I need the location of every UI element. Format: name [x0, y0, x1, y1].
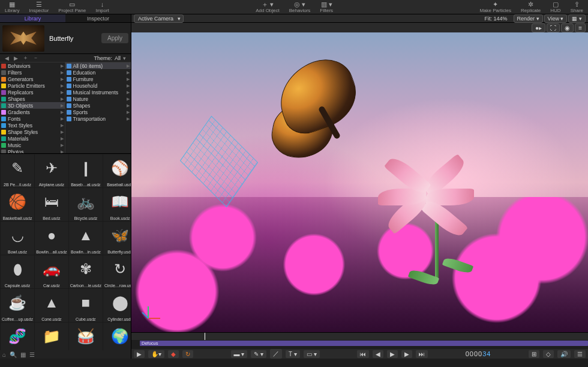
text-icon[interactable]: T ▾ [286, 350, 300, 358]
category-filters[interactable]: Filters▶ [0, 69, 65, 76]
theme-chevron-icon[interactable]: ▾ [121, 55, 128, 61]
category-music[interactable]: Music▶ [0, 142, 65, 148]
asset-item[interactable]: 🛏Bed.usdz [35, 188, 68, 221]
tl-audio-icon[interactable]: 🔊 [557, 350, 571, 358]
layers-icon[interactable]: ▬ ▾ [231, 350, 248, 358]
tl-keyframe-icon[interactable]: ◇ [543, 350, 554, 358]
category-education[interactable]: Education▶ [65, 69, 131, 76]
brush-icon[interactable]: ／ [270, 349, 282, 359]
category-nature[interactable]: Nature▶ [65, 96, 131, 102]
category-sports[interactable]: Sports▶ [65, 109, 131, 115]
asset-item[interactable]: ▲Bowlin…in.usdz [69, 222, 103, 255]
viewport-layout-icon[interactable]: ▦ ▾ [568, 14, 586, 23]
nav-new-icon[interactable]: ＋ [20, 54, 31, 62]
asset-item[interactable]: 🦋Butterfly.usdz [103, 222, 131, 255]
tl-timeline-icon[interactable]: ☰ [574, 350, 586, 358]
play-icon[interactable]: ▶ [387, 350, 398, 358]
category-all-60-items-[interactable]: All (60 items)▶ [65, 62, 131, 69]
asset-item[interactable]: 🚗Car.usdz [35, 255, 68, 288]
timeline-track[interactable]: Defocus [131, 340, 588, 349]
tab-library[interactable]: Library [0, 14, 65, 22]
category-behaviors[interactable]: Behaviors▶ [0, 62, 65, 69]
asset-item[interactable]: 🥁Drum.usdz [69, 323, 103, 350]
nav-del-icon[interactable]: － [31, 54, 41, 62]
category-fonts[interactable]: Fonts▶ [0, 115, 65, 122]
nav-back-icon[interactable]: ◀ [2, 55, 11, 61]
asset-item[interactable]: ◡Bowl.usdz [1, 222, 34, 255]
footer-search-icon[interactable]: 🔍 [10, 351, 17, 358]
tb-behaviors[interactable]: ◎ ▾Behaviors [284, 1, 316, 13]
canvas[interactable] [131, 32, 588, 332]
category-shape-styles[interactable]: Shape Styles▶ [0, 129, 65, 135]
step-fwd-icon[interactable]: ▶ [401, 350, 412, 358]
asset-item[interactable]: ✾Carbon…le.usdz [69, 255, 103, 288]
category-3d-objects[interactable]: 3D Objects▶ [0, 102, 65, 109]
asset-item[interactable]: 📁Docum…er.usdz [35, 323, 68, 350]
category-text-styles[interactable]: Text Styles▶ [0, 122, 65, 129]
tool-settings-icon[interactable]: ≡ [575, 23, 586, 32]
timeline-clip-defocus[interactable]: Defocus [140, 341, 588, 346]
timeline-ruler[interactable] [131, 333, 588, 340]
tb-inspector[interactable]: ☰Inspector [24, 1, 53, 13]
asset-item[interactable]: ✎2B Pe…il.usdz [1, 154, 34, 187]
view-menu[interactable]: View ▾ [544, 14, 568, 23]
asset-item[interactable]: 🚲Bicycle.usdz [69, 188, 103, 221]
asset-item[interactable]: ✈Airplane.usdz [35, 154, 68, 187]
asset-item[interactable]: ↻Circle…row.usdz [103, 255, 131, 288]
tab-inspector[interactable]: Inspector [65, 14, 131, 22]
category-photos[interactable]: Photos▶ [0, 148, 65, 153]
category-replicators[interactable]: Replicators▶ [0, 89, 65, 96]
asset-item[interactable]: ❙Baseb…at.usdz [69, 154, 103, 187]
asset-item[interactable]: ☕Coffee…up.usdz [1, 289, 34, 322]
fit-label[interactable]: Fit: 144% [485, 16, 508, 22]
asset-item[interactable]: ⬮Capsule.usdz [1, 255, 34, 288]
footer-path-icon[interactable]: ⌂ [2, 351, 6, 358]
category-transportation[interactable]: Transportation▶ [65, 115, 131, 122]
tl-project-icon[interactable]: ⊞ [529, 350, 539, 358]
tb-make-particles[interactable]: ✦Make Particles [475, 1, 515, 13]
asset-item[interactable]: 🏀Basketball.usdz [1, 188, 34, 221]
record-icon[interactable]: ●▸ [532, 23, 545, 32]
render-menu[interactable]: Render ▾ [514, 14, 543, 23]
footer-grid-icon[interactable]: ▦ [20, 351, 26, 358]
asset-item[interactable]: 📖Book.usdz [103, 188, 131, 221]
category-shapes[interactable]: Shapes▶ [65, 102, 131, 109]
asset-item[interactable]: ■Cube.usdz [69, 289, 103, 322]
go-end-icon[interactable]: ⏭ [416, 350, 428, 358]
tool-orbit-icon[interactable]: ◉ [561, 23, 574, 32]
tb-add-object[interactable]: ＋ ▾Add Object [251, 1, 284, 13]
apply-button[interactable]: Apply [101, 33, 128, 43]
keyframe-record-icon[interactable]: ◆ [168, 350, 179, 358]
tool-arrow-icon[interactable]: ▶ [134, 350, 145, 358]
mask-icon[interactable]: ▭ ▾ [304, 350, 320, 358]
timecode[interactable]: 000034 [466, 350, 491, 358]
category-musical-instruments[interactable]: Musical Instruments▶ [65, 89, 131, 96]
tb-share[interactable]: ⇪Share [566, 1, 588, 13]
keyframe-loop-icon[interactable]: ↻ [182, 350, 193, 358]
camera-select[interactable]: Active Camera [134, 14, 184, 23]
category-gradients[interactable]: Gradients▶ [0, 109, 65, 115]
theme-value[interactable]: All [115, 55, 121, 61]
category-materials[interactable]: Materials▶ [0, 135, 65, 142]
go-start-icon[interactable]: ⏮ [357, 350, 369, 358]
asset-item[interactable]: 🌍Earth.usdz [103, 323, 131, 350]
tb-hud[interactable]: ▢HUD [545, 1, 565, 13]
pen-icon[interactable]: ✎ ▾ [251, 350, 266, 358]
category-furniture[interactable]: Furniture▶ [65, 76, 131, 82]
footer-list-icon[interactable]: ☰ [29, 351, 35, 358]
tool-frame-icon[interactable]: ⛶ [547, 23, 560, 32]
step-back-icon[interactable]: ◀ [373, 350, 383, 358]
category-particle-emitters[interactable]: Particle Emitters▶ [0, 82, 65, 89]
nav-fwd-icon[interactable]: ▶ [11, 55, 20, 61]
category-shapes[interactable]: Shapes▶ [0, 96, 65, 102]
tb-filters[interactable]: ▥ ▾Filters [315, 1, 338, 13]
category-household[interactable]: Household▶ [65, 82, 131, 89]
tb-project-pane[interactable]: ▭Project Pane [53, 1, 91, 13]
tb-import[interactable]: ↓Import [91, 1, 114, 13]
tb-replicate[interactable]: ✲Replicate [516, 1, 545, 13]
asset-item[interactable]: ●Bowlin…all.usdz [35, 222, 68, 255]
asset-item[interactable]: ▲Cone.usdz [35, 289, 68, 322]
tool-hand-icon[interactable]: ✋▾ [148, 350, 164, 358]
asset-item[interactable]: 🧬DNA.usdz [1, 323, 34, 350]
category-generators[interactable]: Generators▶ [0, 76, 65, 82]
